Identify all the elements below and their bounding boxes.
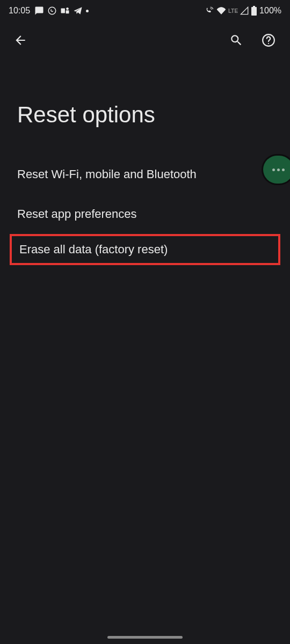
- reset-options-list: Reset Wi-Fi, mobile and Bluetooth Reset …: [0, 155, 290, 265]
- notification-icons: [34, 6, 89, 16]
- svg-rect-3: [66, 10, 69, 13]
- status-right: LTE 100%: [205, 6, 281, 16]
- option-label: Erase all data (factory reset): [19, 243, 168, 256]
- battery-percent: 100%: [259, 6, 281, 16]
- back-button[interactable]: [11, 31, 30, 50]
- svg-point-7: [268, 43, 269, 44]
- help-button[interactable]: [258, 30, 279, 51]
- reset-wifi-mobile-bluetooth[interactable]: Reset Wi-Fi, mobile and Bluetooth: [0, 155, 290, 194]
- more-horizontal-icon: [272, 169, 285, 171]
- app-bar: [0, 21, 290, 59]
- wifi-icon: [216, 6, 226, 16]
- telegram-icon: [73, 6, 83, 16]
- page-title: Reset options: [0, 59, 290, 155]
- battery-icon: [251, 6, 257, 16]
- svg-rect-5: [253, 6, 255, 7]
- option-label: Reset Wi-Fi, mobile and Bluetooth: [17, 167, 197, 181]
- status-bar: 10:05 LTE 100%: [0, 0, 290, 21]
- navigation-handle[interactable]: [107, 636, 183, 639]
- network-label: LTE: [228, 8, 238, 14]
- arrow-back-icon: [13, 33, 27, 47]
- svg-rect-1: [61, 9, 66, 13]
- whatsapp-icon: [47, 6, 57, 16]
- help-icon: [262, 33, 276, 47]
- status-time: 10:05: [9, 6, 30, 16]
- more-options-fab[interactable]: [263, 156, 290, 184]
- signal-icon: [240, 6, 249, 15]
- phone-wifi-icon: [205, 6, 214, 16]
- option-label: Reset app preferences: [17, 207, 137, 221]
- teams-icon: [60, 6, 70, 15]
- svg-point-2: [66, 8, 69, 10]
- search-button[interactable]: [226, 30, 247, 51]
- svg-rect-4: [251, 7, 257, 16]
- chat-icon: [34, 6, 44, 16]
- svg-point-0: [48, 7, 56, 14]
- erase-all-data-factory-reset[interactable]: Erase all data (factory reset): [10, 234, 280, 265]
- search-icon: [229, 33, 243, 47]
- reset-app-preferences[interactable]: Reset app preferences: [0, 194, 290, 234]
- more-notifications-dot: [86, 10, 89, 12]
- status-left: 10:05: [9, 6, 89, 16]
